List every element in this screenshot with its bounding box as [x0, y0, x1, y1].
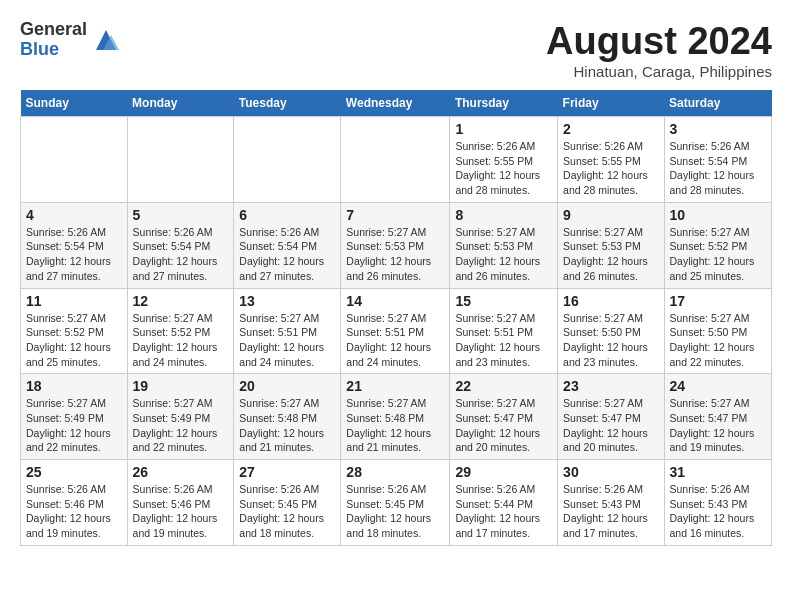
day-number: 19 [133, 378, 229, 394]
day-detail: Sunrise: 5:26 AM Sunset: 5:45 PM Dayligh… [239, 482, 335, 541]
location-subtitle: Hinatuan, Caraga, Philippines [546, 63, 772, 80]
day-detail: Sunrise: 5:27 AM Sunset: 5:53 PM Dayligh… [455, 225, 552, 284]
day-detail: Sunrise: 5:27 AM Sunset: 5:51 PM Dayligh… [455, 311, 552, 370]
calendar-table: SundayMondayTuesdayWednesdayThursdayFrid… [20, 90, 772, 546]
day-number: 7 [346, 207, 444, 223]
week-row-5: 25Sunrise: 5:26 AM Sunset: 5:46 PM Dayli… [21, 460, 772, 546]
day-detail: Sunrise: 5:27 AM Sunset: 5:47 PM Dayligh… [455, 396, 552, 455]
day-detail: Sunrise: 5:27 AM Sunset: 5:52 PM Dayligh… [26, 311, 122, 370]
calendar-cell [234, 117, 341, 203]
title-block: August 2024 Hinatuan, Caraga, Philippine… [546, 20, 772, 80]
day-detail: Sunrise: 5:26 AM Sunset: 5:45 PM Dayligh… [346, 482, 444, 541]
weekday-header-row: SundayMondayTuesdayWednesdayThursdayFrid… [21, 90, 772, 117]
calendar-cell: 2Sunrise: 5:26 AM Sunset: 5:55 PM Daylig… [558, 117, 664, 203]
logo-blue-text: Blue [20, 40, 87, 60]
day-number: 22 [455, 378, 552, 394]
calendar-cell: 16Sunrise: 5:27 AM Sunset: 5:50 PM Dayli… [558, 288, 664, 374]
day-number: 15 [455, 293, 552, 309]
day-detail: Sunrise: 5:26 AM Sunset: 5:46 PM Dayligh… [133, 482, 229, 541]
day-number: 12 [133, 293, 229, 309]
day-number: 8 [455, 207, 552, 223]
day-number: 26 [133, 464, 229, 480]
week-row-1: 1Sunrise: 5:26 AM Sunset: 5:55 PM Daylig… [21, 117, 772, 203]
calendar-cell: 11Sunrise: 5:27 AM Sunset: 5:52 PM Dayli… [21, 288, 128, 374]
day-detail: Sunrise: 5:27 AM Sunset: 5:49 PM Dayligh… [26, 396, 122, 455]
calendar-cell: 17Sunrise: 5:27 AM Sunset: 5:50 PM Dayli… [664, 288, 772, 374]
day-number: 18 [26, 378, 122, 394]
calendar-cell: 22Sunrise: 5:27 AM Sunset: 5:47 PM Dayli… [450, 374, 558, 460]
day-number: 30 [563, 464, 658, 480]
day-detail: Sunrise: 5:27 AM Sunset: 5:48 PM Dayligh… [239, 396, 335, 455]
calendar-cell: 29Sunrise: 5:26 AM Sunset: 5:44 PM Dayli… [450, 460, 558, 546]
day-number: 3 [670, 121, 767, 137]
calendar-cell: 30Sunrise: 5:26 AM Sunset: 5:43 PM Dayli… [558, 460, 664, 546]
weekday-header-wednesday: Wednesday [341, 90, 450, 117]
day-number: 9 [563, 207, 658, 223]
day-detail: Sunrise: 5:27 AM Sunset: 5:50 PM Dayligh… [563, 311, 658, 370]
week-row-4: 18Sunrise: 5:27 AM Sunset: 5:49 PM Dayli… [21, 374, 772, 460]
day-detail: Sunrise: 5:27 AM Sunset: 5:53 PM Dayligh… [563, 225, 658, 284]
calendar-cell [341, 117, 450, 203]
calendar-cell [21, 117, 128, 203]
day-detail: Sunrise: 5:27 AM Sunset: 5:48 PM Dayligh… [346, 396, 444, 455]
day-number: 16 [563, 293, 658, 309]
day-detail: Sunrise: 5:27 AM Sunset: 5:50 PM Dayligh… [670, 311, 767, 370]
week-row-3: 11Sunrise: 5:27 AM Sunset: 5:52 PM Dayli… [21, 288, 772, 374]
calendar-cell: 6Sunrise: 5:26 AM Sunset: 5:54 PM Daylig… [234, 202, 341, 288]
day-number: 1 [455, 121, 552, 137]
day-detail: Sunrise: 5:26 AM Sunset: 5:43 PM Dayligh… [670, 482, 767, 541]
calendar-cell: 26Sunrise: 5:26 AM Sunset: 5:46 PM Dayli… [127, 460, 234, 546]
day-detail: Sunrise: 5:26 AM Sunset: 5:54 PM Dayligh… [670, 139, 767, 198]
calendar-cell: 27Sunrise: 5:26 AM Sunset: 5:45 PM Dayli… [234, 460, 341, 546]
logo-general-text: General [20, 20, 87, 40]
calendar-cell: 4Sunrise: 5:26 AM Sunset: 5:54 PM Daylig… [21, 202, 128, 288]
day-number: 20 [239, 378, 335, 394]
calendar-cell [127, 117, 234, 203]
calendar-cell: 23Sunrise: 5:27 AM Sunset: 5:47 PM Dayli… [558, 374, 664, 460]
day-number: 25 [26, 464, 122, 480]
day-detail: Sunrise: 5:27 AM Sunset: 5:51 PM Dayligh… [239, 311, 335, 370]
logo-icon [91, 25, 121, 55]
day-number: 21 [346, 378, 444, 394]
calendar-cell: 14Sunrise: 5:27 AM Sunset: 5:51 PM Dayli… [341, 288, 450, 374]
day-number: 11 [26, 293, 122, 309]
day-number: 10 [670, 207, 767, 223]
month-year-title: August 2024 [546, 20, 772, 63]
calendar-cell: 13Sunrise: 5:27 AM Sunset: 5:51 PM Dayli… [234, 288, 341, 374]
calendar-cell: 10Sunrise: 5:27 AM Sunset: 5:52 PM Dayli… [664, 202, 772, 288]
logo: General Blue [20, 20, 121, 60]
weekday-header-sunday: Sunday [21, 90, 128, 117]
day-detail: Sunrise: 5:26 AM Sunset: 5:44 PM Dayligh… [455, 482, 552, 541]
day-number: 27 [239, 464, 335, 480]
day-number: 24 [670, 378, 767, 394]
calendar-cell: 18Sunrise: 5:27 AM Sunset: 5:49 PM Dayli… [21, 374, 128, 460]
calendar-cell: 8Sunrise: 5:27 AM Sunset: 5:53 PM Daylig… [450, 202, 558, 288]
day-detail: Sunrise: 5:27 AM Sunset: 5:47 PM Dayligh… [563, 396, 658, 455]
day-detail: Sunrise: 5:27 AM Sunset: 5:53 PM Dayligh… [346, 225, 444, 284]
calendar-cell: 5Sunrise: 5:26 AM Sunset: 5:54 PM Daylig… [127, 202, 234, 288]
day-detail: Sunrise: 5:26 AM Sunset: 5:54 PM Dayligh… [239, 225, 335, 284]
page-header: General Blue August 2024 Hinatuan, Carag… [20, 20, 772, 80]
day-detail: Sunrise: 5:26 AM Sunset: 5:55 PM Dayligh… [455, 139, 552, 198]
calendar-cell: 15Sunrise: 5:27 AM Sunset: 5:51 PM Dayli… [450, 288, 558, 374]
calendar-cell: 12Sunrise: 5:27 AM Sunset: 5:52 PM Dayli… [127, 288, 234, 374]
day-detail: Sunrise: 5:26 AM Sunset: 5:54 PM Dayligh… [26, 225, 122, 284]
day-number: 23 [563, 378, 658, 394]
day-number: 4 [26, 207, 122, 223]
day-number: 29 [455, 464, 552, 480]
day-detail: Sunrise: 5:27 AM Sunset: 5:51 PM Dayligh… [346, 311, 444, 370]
calendar-cell: 1Sunrise: 5:26 AM Sunset: 5:55 PM Daylig… [450, 117, 558, 203]
day-number: 5 [133, 207, 229, 223]
day-number: 31 [670, 464, 767, 480]
calendar-cell: 19Sunrise: 5:27 AM Sunset: 5:49 PM Dayli… [127, 374, 234, 460]
calendar-cell: 7Sunrise: 5:27 AM Sunset: 5:53 PM Daylig… [341, 202, 450, 288]
calendar-cell: 20Sunrise: 5:27 AM Sunset: 5:48 PM Dayli… [234, 374, 341, 460]
weekday-header-tuesday: Tuesday [234, 90, 341, 117]
day-detail: Sunrise: 5:26 AM Sunset: 5:43 PM Dayligh… [563, 482, 658, 541]
day-number: 28 [346, 464, 444, 480]
day-number: 6 [239, 207, 335, 223]
calendar-cell: 21Sunrise: 5:27 AM Sunset: 5:48 PM Dayli… [341, 374, 450, 460]
weekday-header-thursday: Thursday [450, 90, 558, 117]
calendar-cell: 3Sunrise: 5:26 AM Sunset: 5:54 PM Daylig… [664, 117, 772, 203]
calendar-cell: 25Sunrise: 5:26 AM Sunset: 5:46 PM Dayli… [21, 460, 128, 546]
